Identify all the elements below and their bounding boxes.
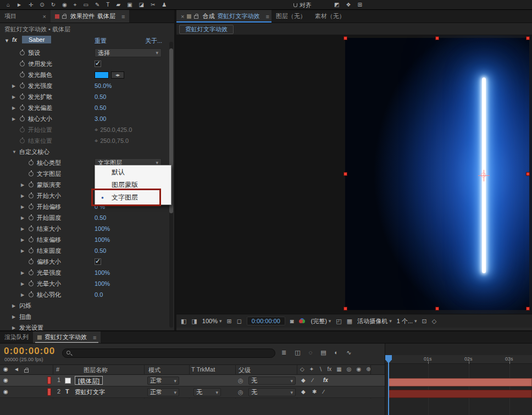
tab-effect-controls[interactable]: 效果控件 载体层 ≡	[51, 10, 129, 23]
twirl-icon[interactable]: ▶	[12, 325, 19, 330]
pickwhip-icon[interactable]: ◎	[238, 377, 243, 384]
type-icon[interactable]: T	[106, 0, 109, 10]
current-time-display[interactable]: 0:00:00:00	[4, 346, 55, 357]
twirl-icon[interactable]: ▶	[21, 237, 28, 242]
adjustment-icon[interactable]: ◉	[356, 366, 361, 372]
tab-composition[interactable]: × 合成 霓虹灯文字动效 ≡	[176, 10, 271, 23]
property-value[interactable]: 3.00	[95, 115, 106, 122]
stopwatch-icon[interactable]	[29, 204, 34, 209]
stopwatch-icon[interactable]	[20, 84, 25, 88]
property-value[interactable]: 100%	[95, 236, 110, 243]
stopwatch-icon[interactable]	[20, 95, 25, 99]
tab-footage-viewer[interactable]: 素材（无）	[311, 10, 350, 23]
shape-icon[interactable]: ▭	[84, 0, 88, 10]
hand-icon[interactable]: ✛	[29, 0, 33, 10]
twirl-icon[interactable]: ▶	[12, 303, 19, 308]
panel-menu-icon[interactable]: ≡	[93, 334, 96, 341]
property-checkbox[interactable]	[95, 258, 101, 265]
tab-layer-viewer[interactable]: 图层（无）	[271, 10, 311, 23]
region-of-interest-icon[interactable]: ◰	[336, 318, 341, 325]
camera-select[interactable]: 活动摄像机▾	[357, 317, 392, 325]
property-value[interactable]: 0.0	[95, 291, 103, 298]
twirl-icon[interactable]: ▶	[21, 281, 28, 286]
menu-item[interactable]: 默认	[95, 166, 171, 179]
composition-canvas[interactable]	[345, 38, 529, 310]
twirl-icon[interactable]: ▶	[12, 84, 19, 88]
workspace-icon[interactable]: ❖	[346, 0, 351, 10]
collapse-icon[interactable]: ✦	[309, 366, 314, 372]
resolution-select[interactable]: (完整)▾	[311, 317, 331, 325]
collapse-switch[interactable]: ✱	[312, 389, 317, 395]
selection-handle[interactable]	[435, 36, 439, 40]
snap-control[interactable]: 对齐	[293, 0, 312, 10]
selection-handle[interactable]	[343, 172, 347, 176]
eyedropper-icon[interactable]: ◂▸	[111, 71, 124, 79]
layer-mode-dropdown[interactable]: 正常▾	[147, 377, 179, 385]
selection-handle[interactable]	[435, 307, 439, 311]
pixel-aspect-icon[interactable]: ⊡	[422, 318, 427, 325]
composition-viewer[interactable]	[176, 35, 532, 314]
eye-column-icon[interactable]: ◉	[3, 366, 8, 372]
selection-handle[interactable]	[343, 307, 347, 311]
stopwatch-icon[interactable]	[20, 139, 25, 143]
twirl-icon[interactable]: ▶	[21, 215, 28, 220]
mode-column-label[interactable]: 模式	[148, 366, 160, 374]
mask-toggle-icon[interactable]: ◻	[237, 318, 242, 325]
orbit-camera-icon[interactable]: ↻	[51, 0, 56, 10]
quality-switch[interactable]: ◆	[301, 389, 306, 395]
layer-row[interactable]: ◉1[载体层]正常▾◎无▾◆∕fx	[0, 375, 385, 386]
frame-blend-switch[interactable]: ∕	[323, 389, 324, 395]
selection-handle[interactable]	[526, 172, 530, 176]
breadcrumb[interactable]: 霓虹灯文字动效	[179, 25, 234, 34]
roto-brush-icon[interactable]: ✂	[151, 0, 155, 10]
eye-icon[interactable]: ◉	[3, 389, 8, 395]
layer-duration-bar[interactable]	[388, 378, 532, 386]
panel-menu-icon[interactable]: ≡	[121, 13, 125, 20]
layer-name[interactable]: [载体层]	[75, 376, 103, 385]
tab-timeline-comp[interactable]: 霓虹灯文字动效 ≡	[33, 331, 101, 343]
frame-blend-icon[interactable]: ▦	[336, 366, 341, 372]
tab-project[interactable]: 项目 ×	[0, 10, 51, 23]
stopwatch-icon[interactable]	[29, 248, 34, 253]
comp-mini-flowchart-icon[interactable]: ≣	[281, 349, 286, 356]
fx-switch[interactable]: fx	[323, 377, 328, 383]
property-value[interactable]: 0.50	[95, 247, 106, 254]
effect-name[interactable]: Saber	[22, 36, 51, 43]
magnification-menu-icon[interactable]: ◨	[191, 318, 197, 325]
layer-duration-bar[interactable]	[388, 390, 532, 398]
label-color-chip[interactable]	[47, 388, 51, 396]
trkmat-dropdown[interactable]: 无▾	[193, 388, 221, 396]
property-value[interactable]: 100%	[95, 269, 110, 276]
twirl-icon[interactable]: ▶	[21, 204, 28, 209]
stopwatch-icon[interactable]	[29, 292, 34, 297]
lock-column-icon[interactable]	[24, 369, 29, 373]
stopwatch-icon[interactable]	[29, 182, 34, 187]
pen-icon[interactable]: ✎	[95, 0, 99, 10]
eraser-icon[interactable]: ◪	[139, 0, 144, 10]
twirl-icon[interactable]: ▶	[21, 248, 28, 253]
search-input[interactable]	[62, 348, 275, 358]
layer-name[interactable]: 霓虹灯文字	[75, 388, 105, 396]
property-value[interactable]: 250.0,75.0	[100, 137, 129, 144]
stopwatch-icon[interactable]	[20, 106, 25, 110]
quality-switch[interactable]: ◆	[301, 377, 306, 383]
layer-row[interactable]: ◉2T霓虹灯文字正常▾无▾◎无▾◆✱∕	[0, 386, 385, 398]
zoom-select[interactable]: 100%▾	[202, 318, 222, 324]
stopwatch-icon[interactable]	[29, 237, 34, 242]
graph-editor-icon[interactable]: ∿	[346, 349, 351, 356]
about-link[interactable]: 关于...	[145, 37, 162, 45]
property-value[interactable]: 50.0%	[95, 82, 112, 89]
stopwatch-icon[interactable]	[20, 51, 25, 56]
selection-icon[interactable]: ►	[16, 0, 22, 10]
twirl-icon[interactable]: ▶	[21, 226, 28, 231]
stopwatch-icon[interactable]	[29, 281, 34, 286]
stopwatch-icon[interactable]	[29, 270, 34, 275]
label-color-chip[interactable]	[47, 377, 51, 384]
hide-shy-layers-icon[interactable]: ◌	[309, 349, 313, 356]
twirl-icon[interactable]: ▶	[12, 106, 19, 110]
twirl-icon[interactable]: ▶	[12, 117, 19, 121]
quality-icon[interactable]: ∖	[319, 366, 322, 372]
anchor-point-icon[interactable]	[478, 170, 490, 181]
property-value[interactable]: 100%	[95, 280, 110, 287]
property-dropdown[interactable]: 选择▾	[95, 48, 162, 57]
